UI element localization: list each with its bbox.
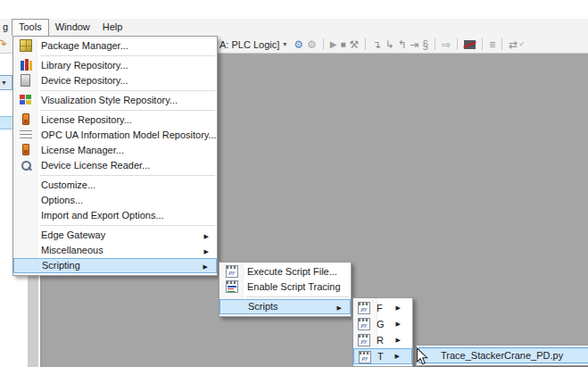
python-script-icon bbox=[358, 334, 370, 346]
menu-item-label: Package Manager... bbox=[41, 40, 128, 51]
menu-item-label: Device Repository... bbox=[41, 75, 128, 86]
refresh-check-icon: ✓ bbox=[518, 40, 525, 48]
menu-item-library-repository[interactable]: Library Repository... bbox=[13, 58, 217, 73]
submenu-arrow-icon: ▶ bbox=[204, 228, 209, 243]
menu-item-label: Edge Gateway bbox=[41, 229, 105, 240]
logout-icon[interactable]: ⚙ bbox=[307, 38, 317, 51]
submenu-arrow-icon: ▶ bbox=[395, 349, 400, 363]
start-icon[interactable]: ▶ bbox=[330, 38, 337, 51]
menu-item-label: Device License Reader... bbox=[41, 160, 150, 171]
submenu-arrow-icon: ▶ bbox=[396, 300, 401, 316]
menu-item-import-export-options[interactable]: Import and Export Options... bbox=[13, 208, 217, 223]
submenu-arrow-icon: ▶ bbox=[396, 332, 401, 348]
combobox-caret-icon: ▼ bbox=[1, 79, 7, 86]
stop-icon[interactable]: ■ bbox=[341, 38, 346, 51]
menu-item-execute-script-file[interactable]: Execute Script File... bbox=[219, 264, 351, 279]
toolbar-separator bbox=[365, 38, 366, 50]
menu-item-label: T bbox=[377, 351, 384, 362]
menu-item-label: Trace_StackerCrane_PD.py bbox=[441, 350, 563, 361]
submenu-arrow-icon: ▶ bbox=[204, 243, 209, 258]
menu-separator bbox=[40, 55, 215, 56]
license-repository-icon bbox=[22, 113, 29, 125]
menu-item-label: F bbox=[377, 303, 383, 313]
active-application-selector[interactable]: A: PLC Logic] bbox=[219, 39, 279, 50]
menu-item-license-repository[interactable]: License Repository... bbox=[13, 113, 217, 128]
menu-item-label: G bbox=[377, 319, 385, 329]
opcua-model-icon bbox=[20, 130, 32, 140]
toolbar-content: A: PLC Logic] ▾ ⚙ ⚙ ▶ ■ ⚒ ↴ ↳ ↰ ⇥ § ⇨ ≡ … bbox=[219, 36, 525, 53]
menu-item-scripting[interactable]: Scripting ▶ bbox=[13, 258, 217, 273]
menu-item-label: R bbox=[377, 335, 384, 346]
menu-item-visualization-style-repository[interactable]: Visualization Style Repository... bbox=[13, 93, 217, 108]
watch-list-icon[interactable]: ≡ bbox=[489, 38, 495, 51]
menu-item-options[interactable]: Options... bbox=[13, 193, 217, 208]
menu-item-scripts[interactable]: Scripts ▶ bbox=[219, 299, 351, 314]
python-script-icon bbox=[358, 318, 370, 330]
menubar-item-window[interactable]: Window bbox=[49, 19, 96, 36]
toolbar-separator bbox=[482, 38, 483, 50]
menu-item-label: Scripting bbox=[42, 260, 80, 271]
undo-redo-partial-icon[interactable]: ↷ bbox=[0, 37, 8, 52]
menu-item-package-manager[interactable]: Package Manager... bbox=[13, 38, 217, 54]
menu-separator bbox=[40, 90, 215, 91]
devices-combobox-button[interactable]: ▼ bbox=[0, 75, 12, 90]
menu-item-label: Enable Script Tracing bbox=[247, 281, 341, 292]
login-icon[interactable]: ⚙ bbox=[294, 38, 303, 51]
menu-item-miscellaneous[interactable]: Miscellaneous ▶ bbox=[13, 243, 217, 258]
step-out-icon[interactable]: ↰ bbox=[397, 38, 406, 51]
menu-item-scripts-g[interactable]: G ▶ bbox=[353, 316, 412, 332]
menu-item-trace-stackercrane-pd[interactable]: Trace_StackerCrane_PD.py bbox=[418, 347, 588, 363]
menu-separator bbox=[40, 110, 215, 111]
breakpoint-tools-icon[interactable]: ⚒ bbox=[350, 38, 360, 51]
menu-item-scripts-f[interactable]: F ▶ bbox=[353, 300, 412, 316]
menubar-item-help[interactable]: Help bbox=[96, 19, 129, 36]
step-over-icon[interactable]: ↴ bbox=[372, 38, 381, 51]
step-into-icon[interactable]: ↳ bbox=[385, 38, 393, 51]
menu-item-label: Options... bbox=[41, 195, 83, 205]
force-values-icon[interactable] bbox=[464, 40, 476, 49]
menu-item-device-license-reader[interactable]: Device License Reader... bbox=[13, 158, 217, 173]
menu-item-device-repository[interactable]: Device Repository... bbox=[13, 73, 217, 88]
single-cycle-icon[interactable]: § bbox=[423, 38, 429, 51]
submenu-arrow-icon: ▶ bbox=[337, 300, 342, 313]
menu-item-edge-gateway[interactable]: Edge Gateway ▶ bbox=[13, 228, 217, 243]
menu-item-label: License Repository... bbox=[41, 114, 132, 125]
menu-item-enable-script-tracing[interactable]: Enable Script Tracing bbox=[219, 279, 351, 295]
python-script-icon bbox=[359, 351, 371, 363]
menu-item-label: OPC UA Information Model Repository... bbox=[41, 129, 217, 140]
submenu-arrow-icon: ▶ bbox=[396, 316, 401, 332]
menu-item-label: Visualization Style Repository... bbox=[41, 95, 178, 105]
menu-item-label: Scripts bbox=[248, 301, 278, 312]
python-script-icon bbox=[226, 265, 238, 278]
tools-menu: Package Manager... Library Repository...… bbox=[12, 36, 218, 276]
submenu-arrow-icon: ▶ bbox=[203, 259, 208, 272]
menu-separator bbox=[246, 296, 349, 297]
menu-item-scripts-r[interactable]: R ▶ bbox=[353, 332, 412, 348]
t-scripts-submenu: Trace_StackerCrane_PD.py bbox=[416, 345, 588, 366]
refresh-icon[interactable]: ⇄ bbox=[509, 38, 518, 51]
menu-item-license-manager[interactable]: License Manager... bbox=[13, 143, 217, 158]
device-license-reader-icon bbox=[20, 159, 32, 171]
visualization-style-icon bbox=[20, 94, 32, 106]
toolbar-separator bbox=[501, 38, 502, 50]
license-manager-icon bbox=[22, 144, 29, 155]
menu-item-label: Miscellaneous bbox=[41, 245, 104, 255]
menu-bar: g Tools Window Help bbox=[0, 19, 588, 36]
menu-item-label: Execute Script File... bbox=[247, 266, 337, 277]
run-to-cursor-icon[interactable]: ⇥ bbox=[410, 38, 419, 51]
menu-item-opcua-model-repository[interactable]: OPC UA Information Model Repository... bbox=[13, 128, 217, 143]
next-statement-icon[interactable]: ⇨ bbox=[442, 38, 451, 51]
library-repository-icon bbox=[20, 59, 32, 71]
menu-separator bbox=[40, 225, 215, 226]
menubar-partial-item[interactable]: g bbox=[0, 19, 12, 36]
devices-tree-selected-item[interactable] bbox=[0, 116, 12, 129]
scripting-submenu: Execute Script File... Enable Script Tra… bbox=[219, 262, 352, 317]
menu-item-label: Customize... bbox=[41, 179, 95, 190]
menu-item-customize[interactable]: Customize... bbox=[13, 178, 217, 193]
menu-item-scripts-t[interactable]: T ▶ bbox=[353, 348, 412, 364]
scripts-submenu: F ▶ G ▶ R ▶ T ▶ bbox=[352, 297, 413, 367]
toolbar-separator bbox=[457, 38, 458, 50]
package-manager-icon bbox=[20, 39, 32, 52]
app-selector-caret-icon[interactable]: ▾ bbox=[283, 40, 286, 48]
menubar-item-tools[interactable]: Tools bbox=[12, 19, 49, 36]
